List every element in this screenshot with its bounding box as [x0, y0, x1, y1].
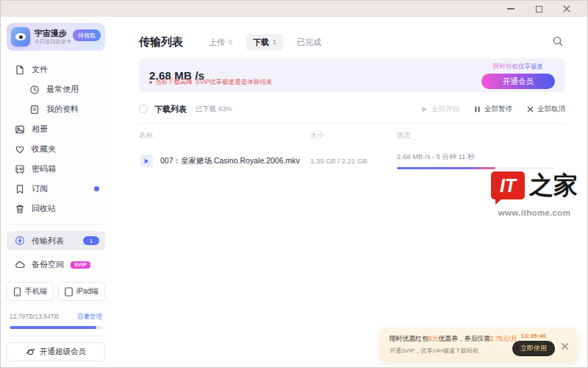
- sidebar-item-subscriptions[interactable]: 订阅: [1, 179, 111, 199]
- play-icon: [144, 158, 149, 164]
- list-controls: 下载列表 · 已下载 63% 全部开始 全部暂停 全部取消: [139, 101, 565, 117]
- promo-toast: 限时优惠红包5元优惠券，券后仅需2.75元/月 开通SVIP，优享24H极速下载…: [380, 328, 577, 361]
- sidebar-item-recycle-bin[interactable]: 回收站: [1, 199, 111, 219]
- ithome-watermark: IT 之家 www.ithome.com: [490, 171, 578, 217]
- transfer-icon: [14, 236, 25, 247]
- play-preview-button[interactable]: [140, 155, 153, 167]
- sidebar-item-password-box[interactable]: 密码箱: [1, 159, 111, 179]
- peak-notice: 当前下载高峰 SVIP优享极速通道体验结束: [149, 78, 272, 87]
- sidebar-nav: 文件 最常使用 我的资料 相册: [1, 60, 111, 219]
- sidebar-item-label: 备份空间: [32, 259, 64, 270]
- clock-icon: [29, 84, 40, 95]
- toast-highlight: 5元: [429, 335, 439, 342]
- storage-manage-link[interactable]: 容量管理: [77, 313, 102, 322]
- sidebar-item-files[interactable]: 文件: [1, 60, 111, 79]
- tab-count: 1: [273, 38, 276, 46]
- ipad-client-button[interactable]: iPad端: [58, 282, 105, 301]
- cloud-icon: [14, 259, 25, 270]
- tablet-icon: [65, 287, 73, 297]
- trash-icon: [14, 203, 25, 214]
- phone-client-button[interactable]: 手机端: [7, 282, 54, 301]
- play-icon: [421, 106, 428, 113]
- alert-dot: [149, 81, 152, 84]
- user-card[interactable]: 宇宙漫步 今日签到勋章卡 待领取: [7, 23, 105, 51]
- divider: [139, 123, 565, 124]
- peak-notice-rest: SVIP优享极速通道体验结束: [196, 78, 272, 87]
- claim-badge[interactable]: 待领取: [73, 29, 101, 41]
- tab-label: 已完成: [297, 37, 321, 48]
- sidebar-item-label: 收藏夹: [32, 144, 56, 155]
- content-header: 传输列表 上传 0 下载 1 已完成: [139, 33, 565, 51]
- table-header: 名称 大小 状态: [139, 131, 565, 141]
- divider: [8, 224, 104, 225]
- sidebar-item-label: 回收站: [32, 203, 56, 214]
- main-content: 传输列表 上传 0 下载 1 已完成 2.68 MB /s: [111, 17, 587, 367]
- close-button[interactable]: [562, 4, 571, 13]
- pause-all-label: 全部暂停: [484, 105, 512, 114]
- app-logo-icon: [11, 27, 30, 46]
- column-status: 状态: [397, 131, 565, 141]
- tab-completed[interactable]: 已完成: [290, 34, 328, 51]
- minimize-button[interactable]: [506, 4, 515, 13]
- use-now-button[interactable]: 立即使用: [512, 341, 555, 356]
- countdown-timer: 13:35:46: [521, 333, 546, 339]
- downloaded-percent: · 已下载 63%: [191, 105, 232, 114]
- storage-usage: 12.79TB/13.54TB: [10, 313, 59, 320]
- photo-icon: [14, 124, 25, 135]
- table-row[interactable]: 007：皇家赌场.Casino.Royale.2006.mkv 1.39 GB …: [139, 152, 565, 169]
- toast-close-icon[interactable]: [561, 340, 570, 349]
- pause-icon: [474, 106, 481, 113]
- sidebar-item-label: 我的资料: [46, 104, 79, 115]
- start-all-label: 全部开始: [431, 105, 459, 114]
- search-icon[interactable]: [552, 35, 565, 49]
- open-vip-button[interactable]: 开通会员: [481, 74, 555, 89]
- storage-progressbar: [10, 326, 102, 329]
- transfer-count-badge: 1: [83, 236, 99, 245]
- sidebar-item-transfer-list[interactable]: 传输列表 1: [7, 231, 105, 250]
- peak-notice-strong: 当前下载高峰: [155, 78, 193, 87]
- vip-ring-icon: [26, 347, 35, 357]
- cancel-all-button[interactable]: 全部取消: [527, 105, 565, 114]
- sidebar-item-backup-space[interactable]: 备份空间 SVIP: [1, 255, 111, 275]
- page-title: 传输列表: [139, 35, 183, 49]
- download-progress-fill: [397, 167, 495, 169]
- file-icon: [14, 64, 25, 75]
- download-list-title: 下载列表: [154, 104, 187, 115]
- sidebar: 宇宙漫步 今日签到勋章卡 待领取 文件 最常使用: [1, 17, 111, 367]
- sidebar-item-favorites[interactable]: 收藏夹: [1, 139, 111, 159]
- sidebar-item-recent[interactable]: 最常使用: [1, 79, 111, 99]
- file-size: 1.39 GB / 2.21 GB: [310, 157, 397, 165]
- start-all-button[interactable]: 全部开始: [421, 105, 459, 114]
- heart-icon: [14, 144, 25, 155]
- sidebar-item-albums[interactable]: 相册: [1, 119, 111, 139]
- sidebar-item-my-docs[interactable]: 我的资料: [1, 99, 111, 119]
- phone-icon: [13, 287, 21, 297]
- ithome-brand: 之家: [529, 171, 578, 199]
- sidebar-item-label: 相册: [32, 124, 48, 135]
- select-all-checkbox[interactable]: [139, 105, 148, 113]
- tab-upload[interactable]: 上传 0: [202, 34, 239, 51]
- file-name: 007：皇家赌场.Casino.Royale.2006.mkv: [160, 156, 306, 166]
- toast-text: 优惠券，券后仅需: [438, 335, 490, 342]
- tab-download[interactable]: 下载 1: [246, 34, 283, 51]
- maximize-button[interactable]: [534, 4, 543, 13]
- notes-icon: [29, 104, 40, 115]
- upgrade-svip-button[interactable]: 开通超级会员: [7, 342, 105, 361]
- ithome-logo-icon: IT: [491, 171, 525, 199]
- titlebar: [1, 1, 587, 17]
- sidebar-item-label: 传输列表: [32, 236, 64, 247]
- toast-line2: 开通SVIP，优享24H极速下载特权: [390, 347, 506, 355]
- storage-panel: 12.79TB/13.54TB 容量管理: [10, 313, 102, 329]
- tab-label: 下载: [253, 37, 269, 48]
- tab-label: 上传: [209, 37, 225, 48]
- promo-caption: 限时特权优享极速: [493, 63, 543, 71]
- notification-dot: [94, 186, 99, 191]
- sidebar-item-label: 文件: [32, 64, 48, 75]
- user-subtitle: 今日签到勋章卡: [35, 38, 71, 45]
- toast-text: 限时优惠红包: [390, 335, 429, 342]
- device-buttons: 手机端 iPad端: [7, 282, 105, 301]
- sidebar-item-label: 订阅: [32, 183, 48, 194]
- app-window: 宇宙漫步 今日签到勋章卡 待领取 文件 最常使用: [0, 0, 588, 368]
- storage-progress-fill: [10, 326, 96, 329]
- pause-all-button[interactable]: 全部暂停: [474, 105, 512, 114]
